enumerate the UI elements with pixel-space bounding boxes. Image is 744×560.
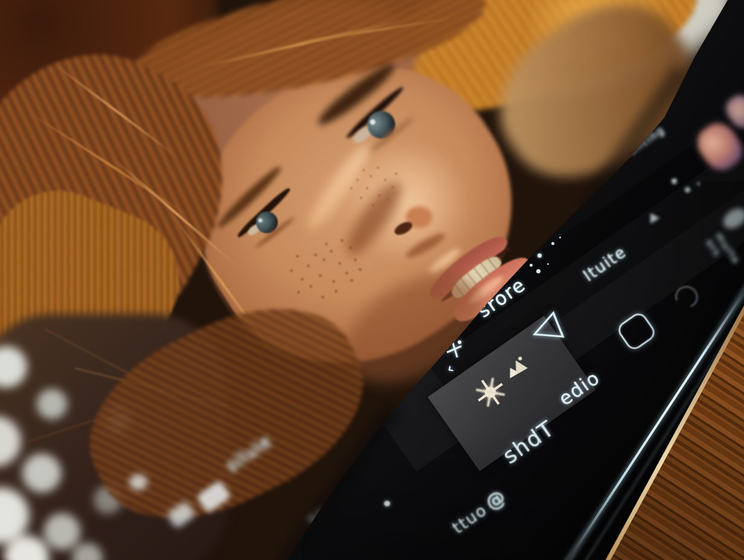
blurred-dot-blob	[129, 474, 147, 490]
scene-photo-of-tablet: siluie 32g 3o ‹ srore ltuite ◁	[0, 0, 744, 560]
right-eye-iris	[362, 105, 401, 144]
freckles-cluster	[362, 169, 365, 171]
freckles-cluster	[314, 253, 317, 256]
